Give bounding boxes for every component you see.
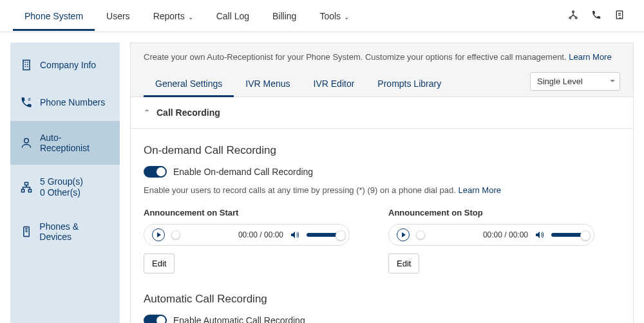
audio-player-start: 00:00 / 00:00 [144, 224, 350, 246]
on-demand-hint: Enable your users to record calls at any… [144, 185, 620, 195]
log-icon[interactable] [608, 3, 631, 28]
nav-billing[interactable]: Billing [261, 2, 308, 30]
nav-tools[interactable]: Tools⌄ [308, 2, 361, 30]
nav-phone-system[interactable]: Phone System [13, 2, 95, 30]
learn-more-link[interactable]: Learn More [458, 185, 500, 195]
tab-ivr-editor[interactable]: IVR Editor [302, 71, 366, 97]
nav-reports-label: Reports [153, 11, 185, 21]
nav-tools-label: Tools [319, 11, 341, 21]
sidebar-item-auto-receptionist[interactable]: Auto-Receptionist [10, 121, 120, 165]
network-icon[interactable] [562, 3, 585, 28]
seek-knob[interactable] [171, 230, 180, 239]
automatic-title: Automatic Call Recording [144, 293, 620, 306]
sidebar-label: Auto-Receptionist [40, 133, 111, 153]
sidebar-label: Phones & Devices [39, 221, 111, 242]
chevron-down-icon: ⌄ [188, 14, 193, 21]
nav-reports[interactable]: Reports⌄ [142, 2, 205, 30]
sidebar-label: Phone Numbers [40, 97, 105, 107]
nav-call-log[interactable]: Call Log [205, 2, 261, 30]
sidebar-item-phone-numbers[interactable]: # Phone Numbers [10, 84, 120, 121]
svg-rect-4 [23, 60, 30, 70]
on-demand-toggle-label: Enable On-demand Call Recording [173, 167, 313, 177]
svg-point-0 [573, 11, 574, 13]
announcement-start: Announcement on Start 00:00 / 00:00 Edit [144, 208, 350, 273]
nav-users[interactable]: Users [95, 2, 142, 30]
section-title: Call Recording [156, 107, 220, 118]
sub-tabs: General Settings IVR Menus IVR Editor Pr… [144, 71, 453, 97]
seek-knob[interactable] [416, 230, 425, 239]
svg-point-2 [575, 17, 577, 19]
main-panel: Create your own Auto-Receptionist for yo… [130, 42, 634, 323]
audio-player-stop: 00:00 / 00:00 [388, 224, 594, 246]
device-icon [19, 225, 33, 239]
section-header-call-recording[interactable]: ⌃ Call Recording [131, 97, 633, 129]
chevron-up-icon: ⌃ [144, 108, 150, 117]
automatic-toggle-label: Enable Automatic Call Recording [173, 315, 305, 323]
svg-point-6 [24, 138, 29, 143]
tab-general-settings[interactable]: General Settings [144, 71, 234, 97]
sidebar-groups-label: 5 Group(s) 0 Other(s) [40, 176, 83, 198]
sidebar: Company Info # Phone Numbers Auto-Recept… [10, 42, 120, 323]
volume-slider[interactable] [307, 233, 341, 237]
play-button[interactable] [397, 228, 410, 241]
hierarchy-icon [19, 180, 33, 194]
learn-more-link[interactable]: Learn More [569, 52, 611, 62]
announcement-stop-label: Announcement on Stop [388, 208, 594, 217]
level-select-input[interactable]: Single Level [530, 72, 620, 91]
time-display: 00:00 / 00:00 [238, 230, 283, 239]
hint-text: Enable your users to record calls at any… [144, 185, 458, 195]
phone-hash-icon: # [19, 95, 33, 109]
svg-rect-7 [25, 182, 28, 185]
person-icon [19, 136, 33, 150]
announcement-start-label: Announcement on Start [144, 208, 350, 217]
building-icon [19, 58, 33, 72]
svg-text:#: # [28, 97, 32, 102]
automatic-toggle[interactable] [144, 315, 167, 323]
sidebar-label: Company Info [40, 60, 96, 70]
on-demand-title: On-demand Call Recording [144, 144, 620, 157]
edit-button-start[interactable]: Edit [144, 254, 175, 273]
svg-rect-8 [22, 189, 24, 192]
play-button[interactable] [152, 228, 165, 241]
phone-icon[interactable] [585, 3, 608, 28]
volume-icon[interactable] [290, 230, 300, 240]
svg-rect-9 [28, 189, 31, 192]
time-display: 00:00 / 00:00 [483, 230, 528, 239]
sidebar-item-company-info[interactable]: Company Info [10, 46, 120, 84]
banner-text: Create your own Auto-Receptionist for yo… [144, 52, 569, 62]
announcement-stop: Announcement on Stop 00:00 / 00:00 Edit [388, 208, 594, 273]
top-nav: Phone System Users Reports⌄ Call Log Bil… [0, 0, 644, 32]
svg-point-1 [569, 17, 571, 19]
chevron-down-icon: ⌄ [344, 14, 349, 21]
banner: Create your own Auto-Receptionist for yo… [131, 43, 633, 97]
groups-line2: 0 Other(s) [40, 187, 83, 198]
volume-slider[interactable] [551, 233, 586, 237]
edit-button-stop[interactable]: Edit [388, 254, 419, 273]
tab-ivr-menus[interactable]: IVR Menus [234, 71, 301, 97]
volume-icon[interactable] [535, 230, 545, 240]
banner-description: Create your own Auto-Receptionist for yo… [144, 52, 620, 62]
on-demand-toggle[interactable] [144, 166, 167, 178]
groups-line1: 5 Group(s) [40, 176, 83, 187]
sidebar-item-groups[interactable]: 5 Group(s) 0 Other(s) [10, 165, 120, 210]
tab-prompts-library[interactable]: Prompts Library [366, 71, 453, 97]
sidebar-item-phones-devices[interactable]: Phones & Devices [10, 210, 120, 254]
level-select[interactable]: Single Level [530, 72, 620, 91]
